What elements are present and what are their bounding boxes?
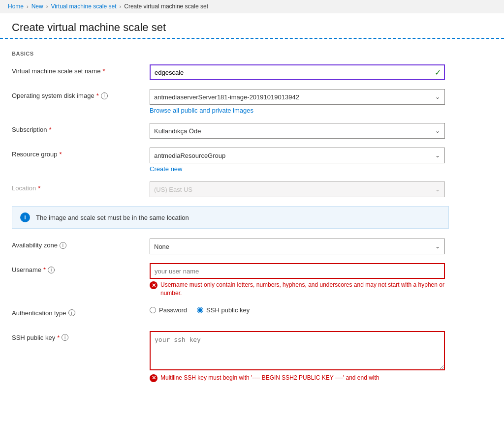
- availability-zone-control: None ⌄: [150, 239, 492, 254]
- breadcrumb-sep-2: ›: [46, 3, 48, 9]
- availability-zone-select[interactable]: None: [150, 239, 445, 254]
- breadcrumb-vmss[interactable]: Virtual machine scale set: [51, 3, 116, 10]
- os-disk-label: Operating system disk image * i: [12, 89, 150, 99]
- vm-name-checkmark-icon: ✓: [435, 68, 441, 77]
- location-control: (US) East US ⌄: [150, 181, 492, 197]
- ssh-key-error-message: ✕ Multiline SSH key must begin with '---…: [150, 374, 445, 382]
- username-error-icon: ✕: [150, 281, 158, 289]
- auth-type-control: Password SSH public key: [150, 306, 492, 314]
- create-new-link[interactable]: Create new: [150, 165, 182, 173]
- username-required: *: [43, 266, 46, 273]
- location-label: Location *: [12, 181, 150, 192]
- location-label-text: Location: [12, 184, 36, 192]
- subscription-control: Kullandıkça Öde ⌄: [150, 123, 492, 139]
- location-select-wrap: (US) East US ⌄: [150, 181, 445, 197]
- os-disk-select-wrap: antmediaserverServer181-image-2019101901…: [150, 89, 445, 105]
- section-basics: BASICS: [12, 51, 492, 57]
- username-label-text: Username: [12, 266, 41, 273]
- subscription-select-wrap: Kullandıkça Öde ⌄: [150, 123, 445, 139]
- info-banner-text: The image and scale set must be in the s…: [36, 214, 189, 221]
- os-disk-control: antmediaserverServer181-image-2019101901…: [150, 89, 492, 114]
- ssh-key-control: ✕ Multiline SSH key must begin with '---…: [150, 331, 492, 382]
- location-required: *: [38, 184, 40, 192]
- auth-password-option[interactable]: Password: [150, 306, 187, 314]
- breadcrumb-home[interactable]: Home: [8, 3, 24, 10]
- os-disk-select[interactable]: antmediaserverServer181-image-2019101901…: [150, 89, 445, 105]
- vm-name-label: Virtual machine scale set name *: [12, 64, 150, 75]
- ssh-key-info-icon[interactable]: i: [62, 334, 68, 341]
- vm-name-input[interactable]: [150, 64, 445, 80]
- resource-group-required: *: [60, 150, 62, 158]
- subscription-required: *: [49, 126, 52, 133]
- availability-zone-select-wrap: None ⌄: [150, 239, 445, 254]
- auth-type-info-icon[interactable]: i: [68, 309, 75, 316]
- username-label: Username * i: [12, 263, 150, 273]
- username-input[interactable]: [150, 263, 445, 279]
- resource-group-label-text: Resource group: [12, 150, 58, 158]
- auth-type-radio-group: Password SSH public key: [150, 306, 492, 314]
- vm-name-control: ✓: [150, 64, 492, 80]
- auth-password-label: Password: [159, 306, 187, 314]
- resource-group-control: antmediaResourceGroup ⌄ Create new: [150, 148, 492, 173]
- main-content: BASICS Virtual machine scale set name * …: [0, 39, 504, 401]
- resource-group-label: Resource group *: [12, 148, 150, 158]
- os-disk-required: *: [96, 92, 99, 99]
- form-row-resource-group: Resource group * antmediaResourceGroup ⌄…: [12, 148, 492, 173]
- form-row-os-disk: Operating system disk image * i antmedia…: [12, 89, 492, 114]
- subscription-label: Subscription *: [12, 123, 150, 133]
- resource-group-select[interactable]: antmediaResourceGroup: [150, 148, 445, 163]
- availability-zone-label-text: Availability zone: [12, 241, 58, 249]
- breadcrumb-current: Create virtual machine scale set: [124, 3, 208, 10]
- os-disk-info-icon[interactable]: i: [101, 92, 108, 99]
- ssh-key-required: *: [57, 334, 60, 341]
- resource-group-select-wrap: antmediaResourceGroup ⌄: [150, 148, 445, 163]
- auth-type-label: Authentication type i: [12, 306, 150, 317]
- breadcrumb-sep-1: ›: [27, 3, 29, 9]
- auth-type-label-text: Authentication type: [12, 309, 66, 317]
- ssh-key-label-text: SSH public key: [12, 334, 55, 341]
- os-disk-label-text: Operating system disk image: [12, 92, 94, 99]
- subscription-select[interactable]: Kullandıkça Öde: [150, 123, 445, 139]
- breadcrumb-new[interactable]: New: [32, 3, 43, 10]
- form-row-vm-name: Virtual machine scale set name * ✓: [12, 64, 492, 80]
- form-row-ssh-key: SSH public key * i ✕ Multiline SSH key m…: [12, 331, 492, 382]
- info-banner-icon: i: [20, 212, 30, 222]
- availability-zone-info-icon[interactable]: i: [60, 242, 66, 249]
- browse-images-link[interactable]: Browse all public and private images: [150, 107, 253, 114]
- auth-ssh-option[interactable]: SSH public key: [197, 306, 250, 314]
- auth-ssh-label: SSH public key: [206, 306, 250, 314]
- username-info-icon[interactable]: i: [48, 267, 55, 273]
- username-control: ✕ Username must only contain letters, nu…: [150, 263, 492, 298]
- ssh-key-textarea[interactable]: [150, 331, 445, 370]
- form-row-location: Location * (US) East US ⌄: [12, 181, 492, 197]
- subscription-label-text: Subscription: [12, 126, 47, 133]
- location-select[interactable]: (US) East US: [150, 181, 445, 197]
- page-title: Create virtual machine scale set: [12, 21, 492, 34]
- form-row-availability-zone: Availability zone i None ⌄: [12, 239, 492, 254]
- page-header: Create virtual machine scale set: [0, 13, 504, 39]
- breadcrumb: Home › New › Virtual machine scale set ›…: [0, 0, 504, 13]
- auth-password-radio[interactable]: [150, 307, 156, 313]
- vm-name-label-text: Virtual machine scale set name: [12, 67, 100, 75]
- breadcrumb-sep-3: ›: [120, 3, 122, 9]
- username-error-text: Username must only contain letters, numb…: [160, 281, 445, 298]
- info-banner: i The image and scale set must be in the…: [12, 206, 449, 229]
- availability-zone-label: Availability zone i: [12, 239, 150, 249]
- vm-name-input-wrap: ✓: [150, 64, 445, 80]
- form-row-subscription: Subscription * Kullandıkça Öde ⌄: [12, 123, 492, 139]
- ssh-key-error-icon: ✕: [150, 374, 158, 382]
- ssh-key-error-text: Multiline SSH key must begin with '---- …: [160, 374, 379, 382]
- username-error-message: ✕ Username must only contain letters, nu…: [150, 281, 445, 298]
- form-row-username: Username * i ✕ Username must only contai…: [12, 263, 492, 298]
- vm-name-required: *: [102, 67, 105, 75]
- form-row-auth-type: Authentication type i Password SSH publi…: [12, 306, 492, 322]
- ssh-key-label: SSH public key * i: [12, 331, 150, 341]
- auth-ssh-radio[interactable]: [197, 307, 203, 313]
